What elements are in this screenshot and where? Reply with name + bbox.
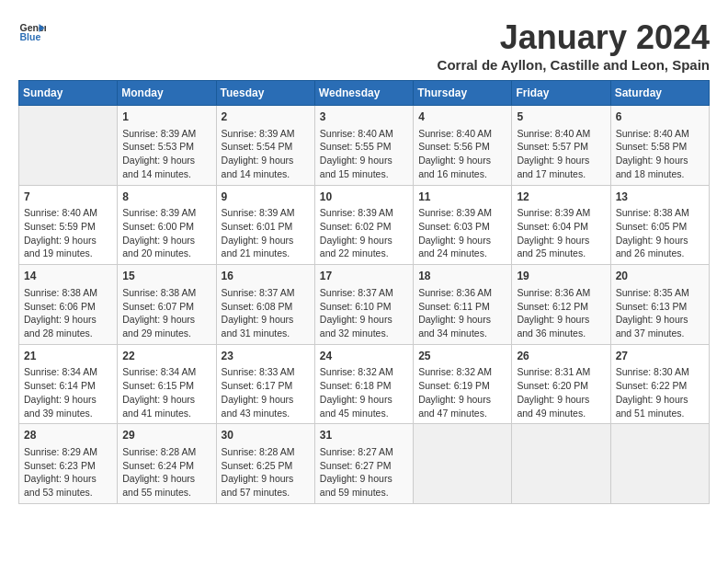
week-row-4: 28Sunrise: 8:29 AMSunset: 6:23 PMDayligh…	[19, 424, 710, 504]
day-number: 13	[616, 190, 704, 205]
cell-info-line: Sunset: 6:14 PM	[24, 379, 112, 393]
cell-info-line: and 22 minutes.	[320, 247, 408, 260]
day-number: 12	[517, 190, 605, 205]
cell-info-line: Sunrise: 8:39 AM	[122, 206, 210, 220]
cell-info-line: Daylight: 9 hours	[320, 393, 408, 407]
cell-info-line: Daylight: 9 hours	[418, 393, 506, 407]
cell-info-line: Sunset: 5:56 PM	[418, 140, 506, 154]
cell-info-line: Sunrise: 8:30 AM	[616, 365, 704, 379]
cell-info-line: Sunrise: 8:38 AM	[616, 206, 704, 220]
cell-info-line: Daylight: 9 hours	[616, 234, 704, 247]
svg-text:Blue: Blue	[20, 31, 41, 42]
cell-info-line: Daylight: 9 hours	[418, 313, 506, 327]
cell-info-line: and 20 minutes.	[122, 247, 210, 260]
cell-info-line: Daylight: 9 hours	[616, 313, 704, 327]
cell-info-line: Sunrise: 8:39 AM	[418, 206, 506, 220]
calendar-table: SundayMondayTuesdayWednesdayThursdayFrid…	[18, 80, 710, 504]
calendar-cell: 16Sunrise: 8:37 AMSunset: 6:08 PMDayligh…	[216, 265, 314, 345]
cell-info-line: Daylight: 9 hours	[122, 472, 210, 486]
cell-info-line: and 59 minutes.	[320, 486, 408, 500]
cell-info-line: Sunset: 6:04 PM	[517, 220, 605, 234]
cell-info-line: Sunrise: 8:36 AM	[517, 286, 605, 300]
header-saturday: Saturday	[610, 81, 709, 106]
cell-info-line: Sunrise: 8:37 AM	[222, 286, 310, 300]
cell-info-line: and 14 minutes.	[122, 167, 210, 181]
calendar-body: 1Sunrise: 8:39 AMSunset: 5:53 PMDaylight…	[19, 106, 710, 504]
day-number: 7	[24, 190, 112, 205]
calendar-cell: 1Sunrise: 8:39 AMSunset: 5:53 PMDaylight…	[118, 106, 216, 186]
header-wednesday: Wednesday	[314, 81, 413, 106]
cell-info-line: Sunset: 6:24 PM	[122, 459, 210, 473]
cell-info-line: Sunset: 6:00 PM	[122, 220, 210, 234]
day-number: 10	[320, 190, 408, 205]
cell-info-line: Sunrise: 8:35 AM	[616, 286, 704, 300]
cell-info-line: Daylight: 9 hours	[24, 393, 112, 407]
day-number: 6	[616, 109, 704, 125]
cell-info-line: Daylight: 9 hours	[418, 234, 506, 247]
cell-info-line: and 21 minutes.	[222, 247, 310, 260]
cell-info-line: and 36 minutes.	[517, 327, 605, 340]
cell-info-line: Sunset: 6:22 PM	[616, 379, 704, 393]
week-row-0: 1Sunrise: 8:39 AMSunset: 5:53 PMDaylight…	[19, 106, 710, 186]
cell-info-line: Sunrise: 8:31 AM	[517, 365, 605, 379]
header-thursday: Thursday	[414, 81, 512, 106]
cell-info-line: Daylight: 9 hours	[517, 313, 605, 327]
calendar-cell: 29Sunrise: 8:28 AMSunset: 6:24 PMDayligh…	[118, 424, 216, 504]
month-title: January 2024	[438, 18, 710, 57]
cell-info-line: Daylight: 9 hours	[320, 472, 408, 486]
day-number: 21	[24, 349, 112, 364]
calendar-cell: 26Sunrise: 8:31 AMSunset: 6:20 PMDayligh…	[512, 344, 610, 424]
cell-info-line: Sunset: 6:11 PM	[418, 300, 506, 314]
cell-info-line: Daylight: 9 hours	[517, 393, 605, 407]
cell-info-line: and 19 minutes.	[24, 247, 112, 260]
cell-info-line: and 16 minutes.	[418, 167, 506, 181]
cell-info-line: and 57 minutes.	[222, 486, 310, 500]
calendar-cell	[512, 424, 610, 504]
cell-info-line: Sunrise: 8:39 AM	[517, 206, 605, 220]
calendar-cell: 8Sunrise: 8:39 AMSunset: 6:00 PMDaylight…	[118, 185, 216, 265]
day-number: 27	[616, 349, 704, 364]
calendar-cell: 14Sunrise: 8:38 AMSunset: 6:06 PMDayligh…	[19, 265, 118, 345]
day-number: 18	[418, 269, 506, 284]
cell-info-line: Sunset: 5:55 PM	[320, 140, 408, 154]
day-number: 23	[222, 349, 310, 364]
cell-info-line: and 34 minutes.	[418, 327, 506, 340]
cell-info-line: and 39 minutes.	[24, 407, 112, 420]
cell-info-line: and 17 minutes.	[517, 167, 605, 181]
day-number: 3	[320, 109, 408, 125]
header-monday: Monday	[118, 81, 216, 106]
cell-info-line: Sunset: 6:03 PM	[418, 220, 506, 234]
logo: General Blue	[18, 18, 46, 46]
cell-info-line: Daylight: 9 hours	[122, 313, 210, 327]
cell-info-line: Daylight: 9 hours	[320, 234, 408, 247]
cell-info-line: Daylight: 9 hours	[517, 154, 605, 167]
cell-info-line: Sunrise: 8:39 AM	[320, 206, 408, 220]
cell-info-line: Sunset: 6:17 PM	[222, 379, 310, 393]
calendar-cell: 9Sunrise: 8:39 AMSunset: 6:01 PMDaylight…	[216, 185, 314, 265]
cell-info-line: Sunset: 6:13 PM	[616, 300, 704, 314]
day-number: 14	[24, 269, 112, 284]
cell-info-line: and 18 minutes.	[616, 167, 704, 181]
cell-info-line: Daylight: 9 hours	[122, 234, 210, 247]
cell-info-line: and 26 minutes.	[616, 247, 704, 260]
header-tuesday: Tuesday	[216, 81, 314, 106]
cell-info-line: and 32 minutes.	[320, 327, 408, 340]
day-number: 11	[418, 190, 506, 205]
cell-info-line: Daylight: 9 hours	[222, 234, 310, 247]
cell-info-line: Sunset: 6:19 PM	[418, 379, 506, 393]
calendar-cell: 22Sunrise: 8:34 AMSunset: 6:15 PMDayligh…	[118, 344, 216, 424]
calendar-cell: 17Sunrise: 8:37 AMSunset: 6:10 PMDayligh…	[314, 265, 413, 345]
cell-info-line: Sunset: 6:18 PM	[320, 379, 408, 393]
day-number: 2	[222, 109, 310, 125]
calendar-cell: 27Sunrise: 8:30 AMSunset: 6:22 PMDayligh…	[610, 344, 709, 424]
cell-info-line: Daylight: 9 hours	[122, 393, 210, 407]
cell-info-line: Sunset: 6:12 PM	[517, 300, 605, 314]
week-row-3: 21Sunrise: 8:34 AMSunset: 6:14 PMDayligh…	[19, 344, 710, 424]
header-sunday: Sunday	[19, 81, 118, 106]
calendar-cell	[19, 106, 118, 186]
cell-info-line: Daylight: 9 hours	[222, 313, 310, 327]
calendar-cell: 3Sunrise: 8:40 AMSunset: 5:55 PMDaylight…	[314, 106, 413, 186]
cell-info-line: and 45 minutes.	[320, 407, 408, 420]
calendar-cell: 20Sunrise: 8:35 AMSunset: 6:13 PMDayligh…	[610, 265, 709, 345]
day-number: 26	[517, 349, 605, 364]
